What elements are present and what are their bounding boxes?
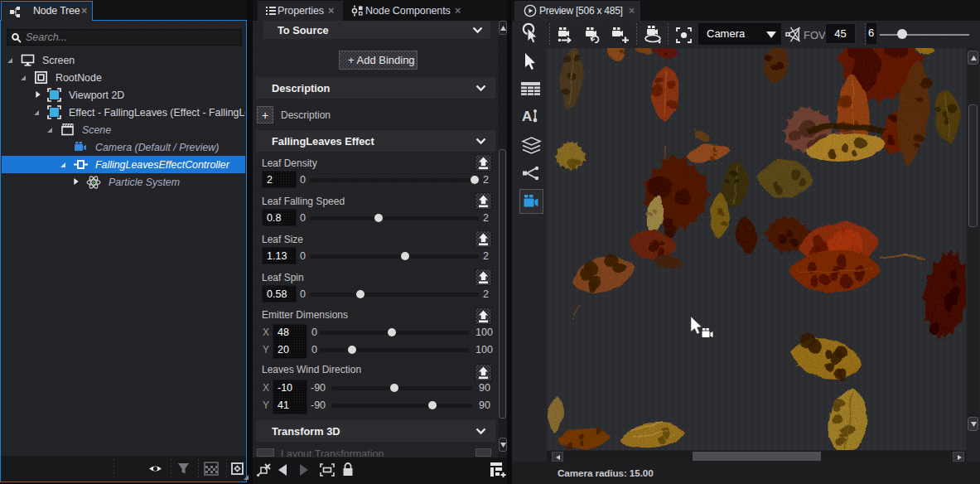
svg-text:A: A xyxy=(522,109,532,124)
